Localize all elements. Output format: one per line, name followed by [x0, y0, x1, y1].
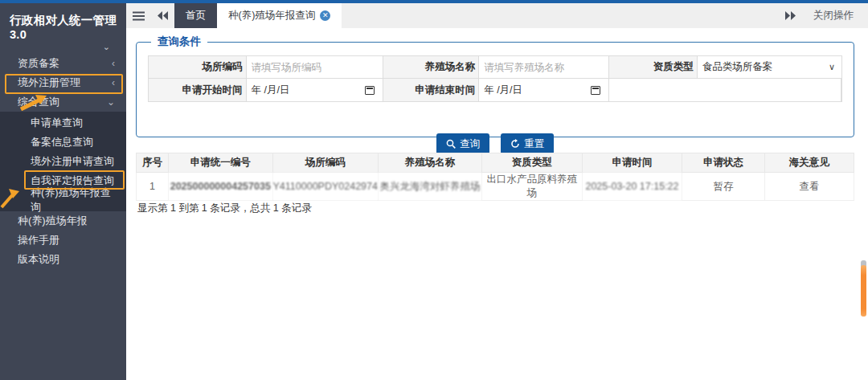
sidebar-item-application-query[interactable]: 申请单查询: [0, 113, 126, 133]
sidebar-item-qualification-filing[interactable]: 资质备案 ‹: [0, 54, 126, 73]
sidebar-item-farm-annual-report[interactable]: 种(养)殖场年报: [0, 211, 126, 231]
reset-button[interactable]: 重置: [501, 133, 554, 154]
reset-button-label: 重置: [524, 137, 544, 151]
column-header-apply-time: 申请时间: [582, 153, 682, 173]
apply-end-time-value: 年 /月/日: [484, 84, 522, 97]
main-content: 查询条件 场所编码 养殖场名称 资质类型 食品类场所备案 ∨: [126, 28, 868, 380]
place-code-input-cell: [247, 56, 384, 79]
qualification-type-value: 食品类场所备案: [702, 60, 773, 74]
tab-home[interactable]: 首页: [174, 3, 217, 28]
title-chevron-down-icon[interactable]: ⌄: [0, 43, 126, 54]
search-button[interactable]: 查询: [436, 133, 489, 154]
sidebar-item-comprehensive-query[interactable]: 综合查询 ⌄: [0, 92, 126, 112]
qualification-type-select[interactable]: 食品类场所备案 ∨: [698, 56, 841, 79]
query-form-grid: 场所编码 养殖场名称 资质类型 食品类场所备案 ∨ 申请开始时间: [148, 55, 842, 102]
sidebar-item-label: 境外注册管理: [18, 76, 80, 90]
chevron-left-icon: ‹: [112, 77, 115, 88]
scroll-tabs-right-icon[interactable]: [785, 11, 796, 20]
refresh-icon: [510, 139, 520, 149]
record-count-summary: 显示第 1 到第 1 条记录，总共 1 条记录: [137, 202, 312, 215]
farm-name-input-cell: [479, 56, 609, 79]
sidebar-item-version-notes[interactable]: 版本说明: [0, 250, 126, 269]
column-header-farm-name: 养殖场名称: [378, 153, 481, 173]
cell-qual-type: 出口水产品原料养殖场: [482, 173, 583, 201]
chevron-left-icon: ‹: [112, 58, 115, 69]
sidebar-item-label: 资质备案: [18, 56, 59, 71]
farm-name-label: 养殖场名称: [383, 56, 479, 79]
app-title: 行政相对人统一管理3.0: [0, 3, 126, 43]
apply-start-time-value: 年 /月/日: [252, 84, 290, 97]
sidebar-item-label: 申请单查询: [31, 116, 83, 130]
column-header-apply-no: 申请统一编号: [169, 153, 272, 173]
cell-farm-name: 奥兴龙海湾对虾养殖场: [378, 173, 481, 201]
sidebar-bottom-group: 种(养)殖场年报 操作手册 版本说明: [0, 211, 126, 269]
table-header-row: 序号 申请统一编号 场所编码 养殖场名称 资质类型 申请时间 申请状态 海关意见: [137, 153, 854, 173]
query-conditions-legend: 查询条件: [151, 35, 207, 49]
sidebar-item-label: 操作手册: [18, 233, 59, 247]
qualification-type-label: 资质类型: [609, 56, 697, 79]
column-header-place-code: 场所编码: [272, 153, 378, 173]
search-button-label: 查询: [460, 137, 480, 151]
sidebar-item-label: 种(养)殖场年报: [18, 214, 88, 228]
chevron-down-icon: ⌄: [107, 96, 115, 108]
sidebar: 行政相对人统一管理3.0 ⌄ 资质备案 ‹ 境外注册管理 ‹ 综合查询 ⌄ 申请…: [0, 3, 126, 380]
cell-seq: 1: [137, 173, 169, 201]
sidebar-item-label: 境外注册申请查询: [31, 154, 114, 169]
tab-label: 首页: [186, 9, 206, 22]
sidebar-item-overseas-reg-application-query[interactable]: 境外注册申请查询: [0, 152, 126, 171]
calendar-icon[interactable]: [365, 86, 375, 95]
cell-apply-time: 2025-03-20 17:15:22: [582, 173, 682, 201]
tab-bar: 首页 种(养)殖场年报查询 ✕ 关闭操作: [126, 3, 868, 28]
sidebar-item-farm-annual-report-query[interactable]: 种(养)殖场年报查询: [0, 190, 126, 210]
apply-start-time-input[interactable]: 年 /月/日: [247, 79, 384, 101]
chevron-down-icon: ∨: [829, 62, 835, 72]
cell-view-link[interactable]: 查看: [764, 173, 854, 201]
cell-status: 暂存: [682, 173, 764, 201]
tab-bar-spacer: [342, 3, 785, 28]
sidebar-item-label: 备案信息查询: [31, 135, 93, 149]
hamburger-menu-icon[interactable]: [126, 3, 150, 28]
column-header-customs-opinion: 海关意见: [764, 153, 854, 173]
apply-end-time-input[interactable]: 年 /月/日: [479, 79, 609, 101]
sidebar-item-overseas-registration[interactable]: 境外注册管理 ‹: [0, 73, 126, 92]
close-icon[interactable]: ✕: [320, 10, 330, 21]
place-code-input[interactable]: [252, 62, 379, 73]
farm-name-input[interactable]: [484, 62, 604, 73]
sidebar-item-label: 种(养)殖场年报查询: [31, 186, 115, 215]
table-row: 1 202500000004257035 Y4110000PDY0242974 …: [137, 173, 854, 201]
tab-label: 种(养)殖场年报查询: [228, 9, 315, 22]
sidebar-item-operation-manual[interactable]: 操作手册: [0, 231, 126, 250]
place-code-label: 场所编码: [149, 56, 247, 79]
calendar-icon[interactable]: [591, 86, 600, 95]
column-header-seq: 序号: [137, 153, 169, 173]
column-header-qual-type: 资质类型: [482, 153, 583, 173]
sidebar-item-filing-info-query[interactable]: 备案信息查询: [0, 133, 126, 152]
sidebar-item-label: 版本说明: [18, 252, 59, 267]
query-conditions-panel: 查询条件 场所编码 养殖场名称 资质类型 食品类场所备案 ∨: [136, 35, 854, 137]
app-window: 行政相对人统一管理3.0 ⌄ 资质备案 ‹ 境外注册管理 ‹ 综合查询 ⌄ 申请…: [0, 0, 868, 380]
tab-farm-annual-report-query[interactable]: 种(养)殖场年报查询 ✕: [217, 3, 342, 28]
scroll-tabs-left-icon[interactable]: [150, 3, 174, 28]
apply-end-time-label: 申请结束时间: [383, 79, 479, 101]
empty-form-cell: [609, 79, 841, 101]
results-table: 序号 申请统一编号 场所编码 养殖场名称 资质类型 申请时间 申请状态 海关意见…: [136, 153, 854, 201]
column-header-status: 申请状态: [682, 153, 764, 173]
scrollbar-thumb[interactable]: [861, 265, 866, 317]
close-operations-button[interactable]: 关闭操作: [813, 9, 854, 22]
cell-apply-no-link[interactable]: 202500000004257035: [169, 173, 272, 201]
sidebar-item-label: 综合查询: [18, 95, 59, 109]
search-icon: [446, 139, 456, 149]
cell-place-code: Y4110000PDY0242974: [272, 173, 378, 201]
apply-start-time-label: 申请开始时间: [149, 79, 247, 101]
comprehensive-query-submenu: 申请单查询 备案信息查询 境外注册申请查询 自我评定报告查询 种(养)殖场年报查…: [0, 112, 126, 211]
